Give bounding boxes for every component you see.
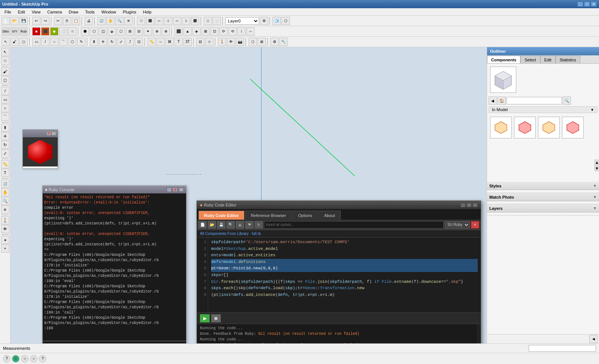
pan-button[interactable]: ✋ bbox=[106, 17, 115, 25]
help-button-3[interactable]: ○ bbox=[21, 355, 28, 363]
front-view-button[interactable]: ▭ bbox=[155, 17, 163, 25]
undo-button[interactable]: ↩ bbox=[32, 17, 40, 25]
3dtext-tool[interactable]: 3T bbox=[183, 38, 192, 46]
xray-ltb[interactable]: ◈ bbox=[1, 236, 9, 244]
bottom-view-button[interactable]: ⬛ bbox=[191, 17, 199, 25]
open-button[interactable]: 📂 bbox=[10, 17, 19, 25]
circle-ltb[interactable]: ○ bbox=[1, 104, 9, 112]
text-ltb[interactable]: T bbox=[1, 169, 9, 177]
lookaround-tool[interactable]: 👁 bbox=[227, 38, 235, 46]
arc-ltb[interactable]: ⌒ bbox=[1, 113, 9, 121]
tool11[interactable]: ⊞ bbox=[126, 27, 134, 36]
maximize-button[interactable]: □ bbox=[584, 1, 590, 7]
tool16[interactable]: ⬛ bbox=[174, 27, 183, 36]
copy-button[interactable]: ⎘ bbox=[63, 17, 71, 25]
ruby-editor-window[interactable]: ■ Ruby Code Editor _ □ × Ruby Code Edito… bbox=[197, 201, 481, 358]
tab-statistics[interactable]: Statistics bbox=[556, 56, 580, 63]
paint-tool[interactable]: 🖌 bbox=[10, 38, 19, 46]
new-button[interactable]: 📄 bbox=[1, 17, 10, 25]
run-button[interactable]: ▶ bbox=[200, 314, 210, 322]
console-close-button[interactable]: × bbox=[179, 187, 184, 192]
tool14[interactable]: ⊕ bbox=[153, 27, 161, 36]
help-button-1[interactable]: ? bbox=[3, 355, 10, 363]
followme-tool[interactable]: ⤴ bbox=[126, 38, 134, 46]
editor-close-button[interactable]: × bbox=[472, 203, 478, 207]
editor-open-button[interactable]: 📂 bbox=[208, 221, 216, 229]
scale-ltb[interactable]: ⤢ bbox=[1, 149, 9, 157]
right-panel-scroll-up[interactable]: ▲ bbox=[594, 159, 599, 165]
scale-tool[interactable]: ⤢ bbox=[117, 38, 125, 46]
home-button[interactable]: 🏠 bbox=[498, 97, 506, 105]
editor-language-select[interactable]: SU Ruby bbox=[445, 221, 470, 229]
menu-edit[interactable]: Edit bbox=[15, 9, 28, 15]
help-button-4[interactable]: ○ bbox=[30, 355, 37, 363]
walk-ltb[interactable]: 🚶 bbox=[1, 216, 9, 224]
eraser-tool[interactable]: ◻ bbox=[19, 38, 28, 46]
orbit-button[interactable]: 🔄 bbox=[97, 17, 106, 25]
help-button-2[interactable]: ○ bbox=[12, 355, 19, 363]
tool6[interactable]: ⬟ bbox=[81, 27, 89, 36]
tool3[interactable]: ◆ bbox=[50, 27, 58, 36]
redo-button[interactable]: ↪ bbox=[41, 17, 49, 25]
orbit-ltb[interactable]: 🔄 bbox=[1, 180, 9, 188]
comp-item-4[interactable] bbox=[562, 117, 584, 138]
menu-camera[interactable]: Camera bbox=[44, 9, 65, 15]
tab-components[interactable]: Components bbox=[487, 56, 520, 63]
back-view-button[interactable]: ▭ bbox=[173, 17, 181, 25]
xyz-btn[interactable]: X/Y bbox=[10, 27, 19, 36]
menu-plugins[interactable]: Plugins bbox=[120, 9, 139, 15]
tool13[interactable]: ✦ bbox=[144, 27, 152, 36]
addon-tool1[interactable]: ⚙ bbox=[270, 38, 279, 46]
editor-close-x-button[interactable]: × bbox=[471, 221, 479, 229]
tool4[interactable]: ⬜ bbox=[59, 27, 67, 36]
skin-btn[interactable]: Skin bbox=[1, 27, 10, 36]
pushpull-ltb[interactable]: ⬆ bbox=[1, 123, 9, 132]
code-content[interactable]: skpfolderpath='C:/Users/sam.morris/Docum… bbox=[208, 238, 481, 312]
rotate-tool[interactable]: ↻ bbox=[108, 38, 116, 46]
walk-tool[interactable]: 🚶 bbox=[218, 38, 226, 46]
dimension-tool[interactable]: ↔ bbox=[156, 38, 165, 46]
tool5[interactable]: ☆ bbox=[68, 27, 76, 36]
search-button[interactable]: 🔍 bbox=[563, 97, 571, 105]
tab-about[interactable]: About bbox=[319, 211, 341, 220]
addon-tool2[interactable]: 🔧 bbox=[279, 38, 288, 46]
editor-search-button[interactable]: 🔍 bbox=[226, 221, 235, 229]
text-tool[interactable]: T bbox=[174, 38, 183, 46]
tool15[interactable]: ⊗ bbox=[162, 27, 170, 36]
editor-maximize-button[interactable]: □ bbox=[466, 203, 472, 207]
tab-edit[interactable]: Edit bbox=[540, 56, 556, 63]
console-pin-button[interactable]: 📌 bbox=[173, 187, 178, 192]
print-button[interactable]: 🖨 bbox=[85, 17, 93, 25]
menu-window[interactable]: Window bbox=[98, 9, 119, 15]
minimize-button[interactable]: _ bbox=[577, 1, 583, 7]
perspective-button[interactable]: ◻ bbox=[204, 17, 212, 25]
iso-view-button[interactable]: ⬡ bbox=[137, 17, 145, 25]
layer-settings-button[interactable]: ⚙ bbox=[260, 17, 268, 25]
comp-item-3[interactable] bbox=[538, 117, 560, 138]
axes-tool[interactable]: ⊹ bbox=[205, 38, 213, 46]
ruby-icon-close-button[interactable]: × bbox=[52, 132, 56, 135]
rect-tool[interactable]: ▭ bbox=[32, 38, 40, 46]
save-button[interactable]: 💾 bbox=[19, 17, 28, 25]
pushpull-tool[interactable]: ⬆ bbox=[90, 38, 98, 46]
close-button[interactable]: × bbox=[591, 1, 597, 7]
tape-tool[interactable]: 📏 bbox=[148, 38, 156, 46]
stop-button[interactable]: ⏹ bbox=[211, 314, 221, 322]
polygon-tool[interactable]: ⬡ bbox=[68, 38, 76, 46]
cut-button[interactable]: ✂ bbox=[54, 17, 62, 25]
tool9[interactable]: ⬙ bbox=[108, 27, 116, 36]
menu-draw[interactable]: Draw bbox=[66, 9, 81, 15]
back-button[interactable]: ◀ bbox=[489, 97, 497, 105]
code-area[interactable]: 1 2 3 4 5 6 7 8 9 skpfolderpath='C:/User… bbox=[197, 238, 481, 312]
measurements-input[interactable] bbox=[529, 345, 596, 352]
ruby-btn[interactable]: Rub bbox=[19, 27, 28, 36]
component-button[interactable]: 🧊 bbox=[273, 17, 281, 25]
tab-reference-browser[interactable]: Reference Browser bbox=[245, 211, 292, 220]
menu-view[interactable]: View bbox=[29, 9, 44, 15]
matchphoto-panel-header[interactable]: Match Photo ▼ bbox=[487, 193, 599, 201]
ruby-console-window[interactable]: ■ Ruby Console _ 📌 × "Nil result (no res… bbox=[42, 186, 186, 350]
parallel-button[interactable]: ⬜ bbox=[213, 17, 221, 25]
right-view-button[interactable]: ▯ bbox=[164, 17, 172, 25]
line-tool[interactable]: / bbox=[41, 38, 49, 46]
paste-button[interactable]: 📋 bbox=[72, 17, 80, 25]
